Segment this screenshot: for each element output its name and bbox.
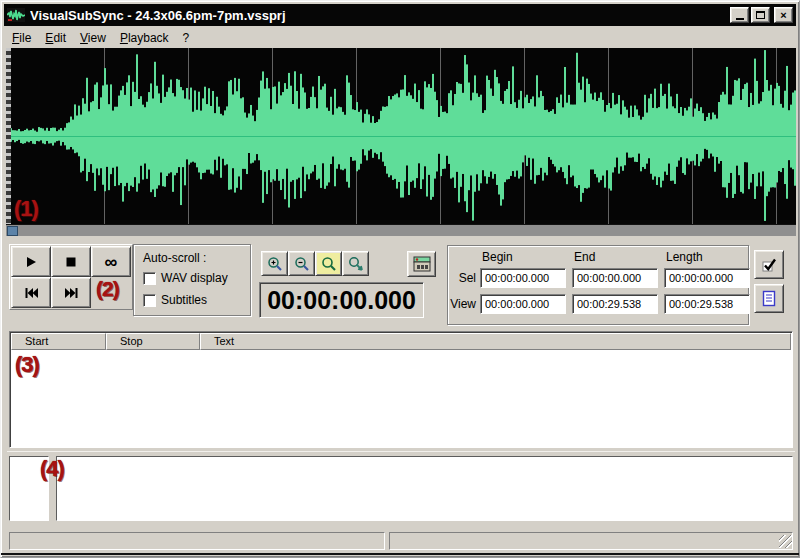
view-row-label: View <box>450 297 476 311</box>
app-window: VisualSubSync - 24.3x06.6pm-7pm.vssprj ×… <box>0 0 800 558</box>
sel-length-field[interactable] <box>664 268 750 288</box>
length-header: Length <box>666 250 703 264</box>
maximize-button[interactable] <box>751 7 770 23</box>
waveform-scrollbar[interactable] <box>6 224 796 236</box>
playback-button-group: ∞ (2) <box>9 244 133 310</box>
selection-view-panel: Begin End Length Sel View <box>447 245 749 325</box>
annotation-3: (3) <box>15 352 39 378</box>
zoom-in-icon <box>267 256 283 272</box>
waveform-left-edge <box>6 48 11 224</box>
subtitle-text-editor[interactable] <box>56 456 793 521</box>
maximize-icon <box>756 11 765 19</box>
zoom-selection-icon <box>321 256 337 272</box>
close-icon: × <box>780 9 786 21</box>
view-begin-field[interactable] <box>480 294 566 314</box>
subtitle-list-header: Start Stop Text <box>11 333 791 350</box>
column-header-stop[interactable]: Stop <box>106 333 200 350</box>
sel-begin-field[interactable] <box>480 268 566 288</box>
minimize-button[interactable] <box>730 7 749 23</box>
editor-gutter <box>9 456 49 521</box>
end-header: End <box>574 250 595 264</box>
window-bottom-edge <box>1 553 800 555</box>
loop-icon: ∞ <box>105 253 118 271</box>
document-icon <box>761 290 777 307</box>
skip-back-icon <box>24 286 39 300</box>
editor-divider <box>7 451 795 452</box>
menu-file[interactable]: File <box>5 29 38 47</box>
wav-display-label: WAV display <box>161 271 228 285</box>
statusbar-right-panel <box>389 532 793 550</box>
subtitles-label: Subtitles <box>161 293 207 307</box>
zoom-selection-button[interactable] <box>315 251 342 276</box>
zoom-out-icon <box>294 256 310 272</box>
check-errors-button[interactable] <box>754 250 784 279</box>
title-bar: VisualSubSync - 24.3x06.6pm-7pm.vssprj × <box>4 4 796 26</box>
begin-header: Begin <box>482 250 513 264</box>
column-header-start[interactable]: Start <box>11 333 106 350</box>
play-icon <box>24 255 38 269</box>
loop-button[interactable]: ∞ <box>91 246 131 277</box>
time-display: 00:00:00.000 <box>259 282 424 318</box>
autoscroll-label: Auto-scroll : <box>143 251 206 265</box>
statusbar-left-panel <box>9 532 385 550</box>
wav-display-checkbox[interactable] <box>143 272 156 285</box>
zoom-out-button[interactable] <box>288 251 315 276</box>
subtitles-checkbox[interactable] <box>143 294 156 307</box>
skip-forward-button[interactable] <box>51 277 91 308</box>
close-button[interactable]: × <box>774 7 793 23</box>
menu-help[interactable]: ? <box>176 29 197 47</box>
minimize-icon <box>736 18 744 20</box>
subtitles-option: Subtitles <box>143 293 207 307</box>
stop-button[interactable] <box>51 246 91 277</box>
show-log-button[interactable] <box>754 284 784 313</box>
sel-end-field[interactable] <box>572 268 658 288</box>
zoom-all-button[interactable] <box>342 251 369 276</box>
waveform-display[interactable]: (1) <box>6 48 796 224</box>
stop-icon <box>64 255 78 269</box>
checkmark-icon <box>760 256 778 274</box>
autoscroll-group: Auto-scroll : WAV display Subtitles <box>133 244 251 316</box>
wav-display-option: WAV display <box>143 271 228 285</box>
view-end-field[interactable] <box>572 294 658 314</box>
menu-view[interactable]: View <box>73 29 113 47</box>
view-length-field[interactable] <box>664 294 750 314</box>
clapperboard-icon <box>413 256 431 272</box>
menu-bar: File Edit View Playback ? <box>5 28 797 48</box>
waveform-svg <box>6 48 796 224</box>
skip-back-button[interactable] <box>11 277 51 308</box>
annotation-2: (2) <box>96 277 119 301</box>
waveform-scrollbar-thumb[interactable] <box>7 226 18 236</box>
subtitle-list[interactable]: Start Stop Text (3) <box>9 331 793 448</box>
resize-grip[interactable] <box>779 535 792 548</box>
skip-forward-icon <box>64 286 79 300</box>
column-header-text[interactable]: Text <box>200 333 791 350</box>
sel-row-label: Sel <box>450 271 476 285</box>
app-waveform-icon <box>7 8 25 22</box>
window-title: VisualSubSync - 24.3x06.6pm-7pm.vssprj <box>30 8 728 23</box>
menu-playback[interactable]: Playback <box>113 29 176 47</box>
zoom-in-button[interactable] <box>261 251 288 276</box>
play-button[interactable] <box>11 246 51 277</box>
clapperboard-button[interactable] <box>407 251 436 277</box>
menu-edit[interactable]: Edit <box>38 29 73 47</box>
zoom-all-icon <box>348 256 364 272</box>
